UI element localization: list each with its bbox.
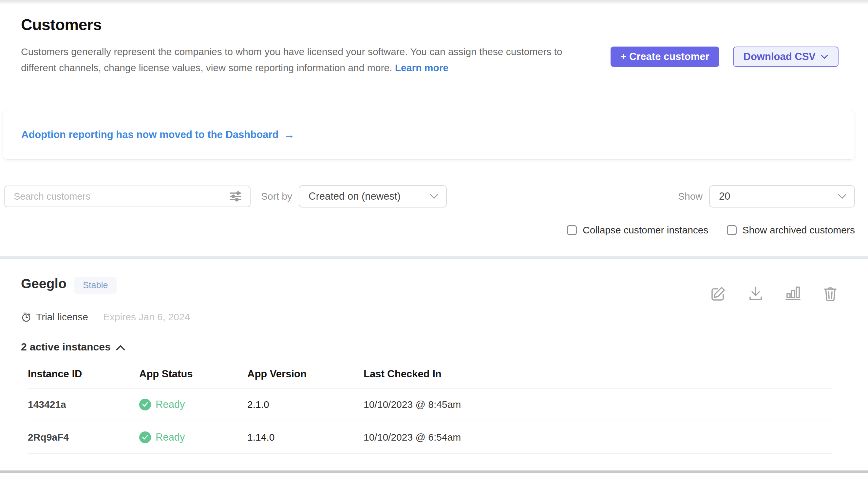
show-archived-option[interactable]: Show archived customers [727,225,855,236]
show-count-value: 20 [719,190,730,202]
header-actions: + Create customer Download CSV [610,46,839,76]
collapse-instances-label: Collapse customer instances [583,225,708,236]
app-status-text: Ready [156,399,185,410]
license-type: Trial license [36,311,88,323]
chevron-down-icon [821,54,828,59]
arrow-right-icon: → [284,128,294,141]
collapse-instances-checkbox[interactable] [567,225,577,235]
chevron-up-icon [116,345,125,351]
last-checked-in: 10/10/2023 @ 8:45am [364,399,832,410]
instances-toggle[interactable]: 2 active instances [21,341,839,353]
instances-table: Instance ID App Status App Version Last … [28,361,832,454]
create-customer-button[interactable]: + Create customer [610,46,719,67]
col-header-app-version: App Version [247,368,364,380]
app-status: Ready [139,399,247,410]
customer-actions [710,285,839,302]
search-input[interactable] [14,191,228,202]
channel-badge: Stable [74,277,117,294]
show-archived-checkbox[interactable] [727,225,737,235]
banner-link-text[interactable]: Adoption reporting has now moved to the … [21,129,278,141]
customer-card: Geeglo Stable [0,276,868,454]
show-label: Show [678,191,703,202]
page-description-text: Customers generally represent the compan… [21,46,562,73]
sliders-icon[interactable] [228,189,243,203]
bar-chart-icon[interactable] [785,285,801,302]
check-circle-icon [139,399,151,410]
chevron-down-icon [430,194,438,199]
show-count-select[interactable]: 20 [709,185,855,208]
adoption-reporting-banner[interactable]: Adoption reporting has now moved to the … [3,110,855,160]
stopwatch-icon [21,312,31,322]
edit-icon[interactable] [710,285,726,302]
instance-id: 2Rq9aF4 [28,432,139,443]
col-header-app-status: App Status [139,368,247,380]
table-header-row: Instance ID App Status App Version Last … [28,361,832,388]
customer-header: Geeglo Stable [21,276,839,302]
learn-more-link[interactable]: Learn more [395,62,448,73]
download-csv-label: Download CSV [744,51,815,62]
page-description: Customers generally represent the compan… [21,44,571,76]
header-text-block: Customers Customers generally represent … [21,16,571,76]
col-header-instance-id: Instance ID [28,368,139,380]
app-version: 1.14.0 [247,432,364,443]
show-archived-label: Show archived customers [742,225,855,236]
chevron-down-icon [838,194,847,199]
collapse-instances-option[interactable]: Collapse customer instances [567,225,708,236]
license-expiry: Expires Jan 6, 2024 [103,311,190,323]
sort-by-label: Sort by [261,191,292,202]
app-status-text: Ready [156,431,185,443]
section-divider [0,256,868,259]
bottom-divider [0,470,868,473]
customer-name[interactable]: Geeglo [21,276,67,292]
license-row: Trial license Expires Jan 6, 2024 [21,311,839,323]
last-checked-in: 10/10/2023 @ 6:54am [364,432,832,443]
top-shadow [0,0,868,4]
sort-select-value: Created on (newest) [309,190,401,202]
col-header-last-checked-in: Last Checked In [364,368,832,380]
sort-select[interactable]: Created on (newest) [299,185,447,208]
table-row: 2Rq9aF4 Ready 1.14.0 10/10/2023 @ 6:54am [28,421,832,454]
download-icon[interactable] [748,285,764,302]
instance-id: 143421a [28,399,139,410]
download-csv-button[interactable]: Download CSV [733,46,839,67]
table-row: 143421a Ready 2.1.0 10/10/2023 @ 8:45am [28,388,832,421]
page-header: Customers Customers generally represent … [0,4,868,76]
view-options-row: Collapse customer instances Show archive… [0,225,868,236]
trash-icon[interactable] [822,285,839,302]
app-version: 2.1.0 [247,399,364,410]
app-status: Ready [139,431,247,443]
check-circle-icon [139,431,151,443]
filter-toolbar: Sort by Created on (newest) Show 20 [0,185,868,208]
search-box [4,186,251,207]
page-title: Customers [21,16,571,34]
instances-toggle-label: 2 active instances [21,341,111,353]
